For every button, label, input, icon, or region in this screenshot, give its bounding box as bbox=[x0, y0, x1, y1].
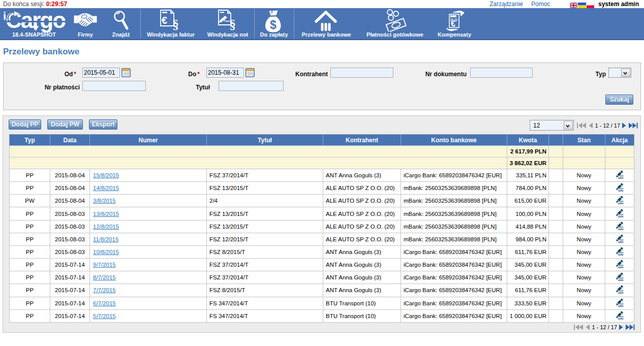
svg-text:€: € bbox=[162, 15, 167, 26]
svg-text:1 - 12 / 17: 1 - 12 / 17 bbox=[595, 122, 621, 129]
svg-text:1 - 12 / 17: 1 - 12 / 17 bbox=[592, 324, 618, 330]
svg-text:$: $ bbox=[270, 18, 277, 32]
svg-text:§: § bbox=[172, 17, 179, 32]
svg-text:§: § bbox=[229, 17, 236, 32]
svg-text:€: € bbox=[451, 19, 455, 28]
